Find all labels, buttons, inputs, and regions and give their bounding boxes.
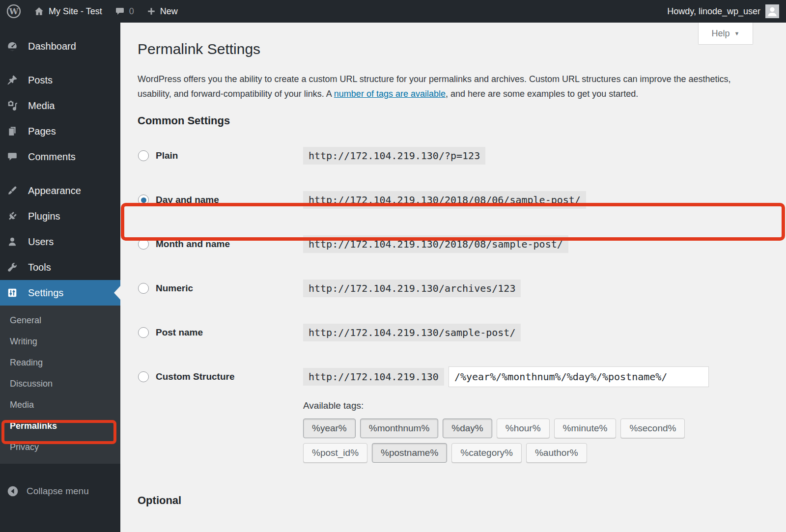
main-content: Help ▼ Permalink Settings WordPress offe… (120, 23, 786, 532)
tag-button-second[interactable]: %second% (620, 419, 685, 438)
comments-icon (7, 151, 18, 162)
row-custom-structure: Custom Structure http://172.104.219.130 (138, 355, 786, 399)
custom-structure-input[interactable] (449, 366, 709, 387)
submenu-item-writing[interactable]: Writing (0, 331, 120, 352)
pushpin-icon (7, 75, 18, 85)
option-label-custom-structure[interactable]: Custom Structure (156, 371, 303, 382)
help-button[interactable]: Help ▼ (698, 23, 753, 45)
sidebar-item-label: Media (28, 100, 55, 112)
site-menu[interactable]: My Site - Test (28, 0, 109, 23)
user-icon (7, 236, 18, 247)
chevron-down-icon: ▼ (734, 30, 740, 36)
submenu-item-reading[interactable]: Reading (0, 352, 120, 373)
sidebar-item-label: Settings (28, 287, 63, 299)
submenu-item-permalinks[interactable]: Permalinks (0, 416, 120, 437)
sidebar-item-label: Users (28, 236, 54, 248)
sidebar-item-plugins[interactable]: Plugins (0, 203, 120, 229)
radio-post-name[interactable] (138, 327, 149, 338)
sidebar-item-label: Comments (28, 151, 76, 163)
tags-available-link[interactable]: number of tags are available (334, 89, 446, 99)
wordpress-logo-icon: W (6, 4, 21, 19)
tag-button-post-id[interactable]: %post_id% (303, 443, 367, 463)
radio-month-and-name[interactable] (138, 239, 149, 250)
sidebar-item-tools[interactable]: Tools (0, 254, 120, 280)
admin-bar-comments[interactable]: 0 (109, 0, 140, 23)
plug-icon (7, 211, 18, 222)
row-plain: Plain http://172.104.219.130/?p=123 (138, 134, 786, 178)
admin-bar: W My Site - Test 0 (0, 0, 786, 23)
example-url-plain: http://172.104.219.130/?p=123 (303, 147, 485, 165)
sidebar-item-label: Tools (28, 262, 51, 273)
sidebar-item-comments[interactable]: Comments (0, 144, 120, 169)
plus-icon (147, 7, 156, 16)
radio-custom-structure[interactable] (138, 371, 149, 382)
submenu-item-media[interactable]: Media (0, 394, 120, 416)
tag-button-year[interactable]: %year% (303, 419, 356, 438)
submenu-item-discussion[interactable]: Discussion (0, 373, 120, 394)
howdy-menu[interactable]: Howdy, linode_wp_user (667, 6, 760, 17)
sidebar-item-label: Plugins (28, 211, 60, 222)
sidebar-item-media[interactable]: Media (0, 93, 120, 118)
wp-logo-menu[interactable]: W (0, 0, 28, 23)
row-day-and-name: Day and name http://172.104.219.130/2018… (138, 178, 786, 222)
tag-button-hour[interactable]: %hour% (497, 419, 550, 438)
settings-submenu: General Writing Reading Discussion Media… (0, 306, 120, 464)
example-url-numeric: http://172.104.219.130/archives/123 (303, 280, 521, 297)
wrench-icon (7, 262, 18, 273)
sidebar-item-label: Posts (28, 75, 53, 86)
tag-button-minute[interactable]: %minute% (554, 419, 617, 438)
tag-button-postname[interactable]: %postname% (372, 443, 447, 463)
admin-bar-new[interactable]: New (140, 0, 184, 23)
sidebar-item-settings[interactable]: Settings (0, 280, 120, 306)
menu-separator (0, 59, 120, 67)
tag-button-day[interactable]: %day% (443, 419, 492, 438)
home-icon (34, 6, 44, 17)
submenu-item-general[interactable]: General (0, 310, 120, 331)
collapse-menu-label: Collapse menu (27, 486, 89, 497)
admin-bar-left: W My Site - Test 0 (0, 0, 184, 23)
submenu-item-privacy[interactable]: Privacy (0, 437, 120, 458)
radio-plain[interactable] (138, 150, 149, 161)
settings-sliders-icon (7, 287, 18, 298)
option-label-post-name[interactable]: Post name (156, 327, 303, 338)
avatar[interactable] (765, 4, 779, 18)
available-tags: %year% %monthnum% %day% %hour% %minute% … (303, 419, 696, 463)
example-url-day-and-name: http://172.104.219.130/2018/08/06/sample… (303, 191, 586, 209)
option-label-month-and-name[interactable]: Month and name (156, 239, 303, 250)
tag-button-monthnum[interactable]: %monthnum% (360, 419, 439, 438)
row-numeric: Numeric http://172.104.219.130/archives/… (138, 266, 786, 310)
pages-icon (7, 126, 18, 137)
option-label-day-and-name[interactable]: Day and name (156, 195, 303, 205)
sidebar-item-users[interactable]: Users (0, 229, 120, 254)
common-settings-heading: Common Settings (138, 115, 786, 127)
paintbrush-icon (7, 185, 18, 196)
custom-structure-url-prefix: http://172.104.219.130 (303, 368, 444, 386)
sidebar-item-posts[interactable]: Posts (0, 67, 120, 93)
sidebar-item-label: Appearance (28, 185, 81, 196)
row-post-name: Post name http://172.104.219.130/sample-… (138, 310, 786, 355)
page-title: Permalink Settings (138, 40, 786, 57)
dashboard-icon (7, 41, 18, 52)
collapse-arrow-icon (7, 485, 19, 497)
tag-button-category[interactable]: %category% (451, 443, 522, 463)
sidebar-item-dashboard[interactable]: Dashboard (0, 33, 120, 59)
option-label-numeric[interactable]: Numeric (156, 283, 303, 294)
site-name: My Site - Test (49, 6, 102, 17)
tag-button-author[interactable]: %author% (526, 443, 587, 463)
sidebar-item-appearance[interactable]: Appearance (0, 178, 120, 203)
comment-count: 0 (129, 6, 134, 17)
collapse-menu-button[interactable]: Collapse menu (0, 481, 120, 501)
example-url-month-and-name: http://172.104.219.130/2018/08/sample-po… (303, 235, 568, 253)
sidebar-item-label: Dashboard (28, 41, 76, 52)
sidebar: Dashboard Posts Media Pages (0, 23, 120, 532)
radio-numeric[interactable] (138, 283, 149, 294)
radio-day-and-name[interactable] (138, 195, 149, 205)
media-icon (7, 100, 18, 111)
intro-text-after: , and here are some examples to get you … (446, 89, 638, 99)
option-label-plain[interactable]: Plain (156, 150, 303, 161)
permalink-options: Plain http://172.104.219.130/?p=123 Day … (138, 134, 786, 399)
sidebar-item-pages[interactable]: Pages (0, 118, 120, 144)
help-label: Help (712, 28, 730, 39)
menu-separator (0, 169, 120, 178)
svg-text:W: W (9, 7, 19, 16)
